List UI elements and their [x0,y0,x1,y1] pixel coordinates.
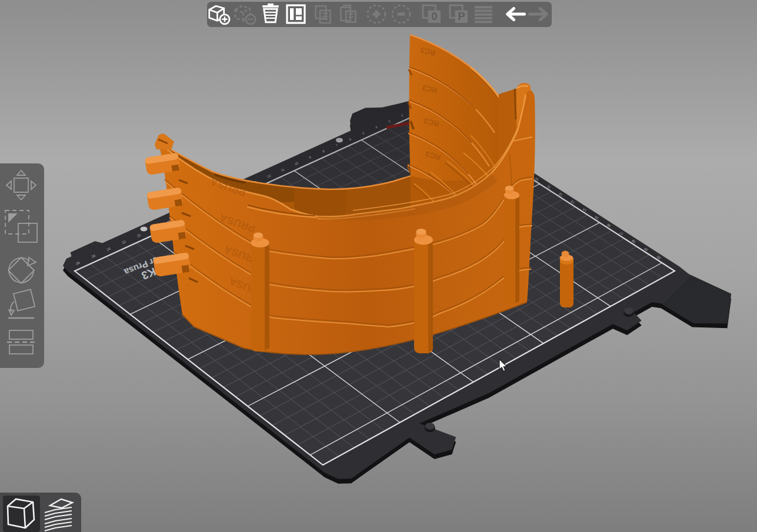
svg-text:0: 0 [431,10,437,22]
svg-text:P: P [458,10,465,22]
